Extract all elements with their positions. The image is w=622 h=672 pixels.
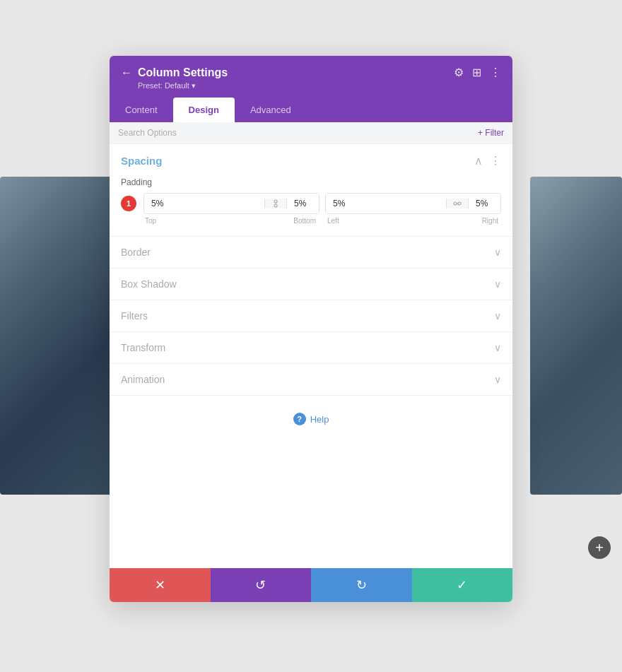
transform-chevron-icon: ∨ (494, 342, 501, 353)
link-left-right-icon[interactable] (446, 199, 469, 208)
panel-title: Column Settings (138, 66, 228, 79)
animation-section-header[interactable]: Animation ∨ (110, 364, 512, 395)
panel-tabs: Content Design Advanced (110, 98, 512, 122)
padding-bottom-input[interactable] (287, 194, 319, 213)
transform-section-title: Transform (121, 342, 165, 353)
step-badge: 1 (121, 196, 136, 211)
tab-design[interactable]: Design (173, 98, 235, 122)
tab-advanced[interactable]: Advanced (235, 98, 307, 122)
transform-section: Transform ∨ (110, 332, 512, 364)
cancel-button[interactable]: ✕ (110, 568, 211, 602)
link-top-bottom-icon[interactable] (264, 199, 287, 208)
filter-button[interactable]: + Filter (478, 128, 504, 138)
border-section-header[interactable]: Border ∨ (110, 237, 512, 268)
spacing-content: Padding 1 (110, 177, 512, 236)
spacing-section-title: Spacing (121, 155, 162, 167)
column-settings-panel: ← Column Settings ⚙ ⊞ ⋮ Preset: Default … (110, 56, 512, 602)
bottom-label: Bottom (293, 217, 316, 225)
svg-point-0 (274, 200, 277, 203)
box-shadow-section: Box Shadow ∨ (110, 269, 512, 300)
spacing-section: Spacing ∧ ⋮ Padding 1 (110, 144, 512, 237)
padding-top-input[interactable] (144, 194, 264, 213)
spacing-section-actions: ∧ ⋮ (474, 154, 501, 167)
tab-content[interactable]: Content (110, 98, 173, 122)
header-actions: ⚙ ⊞ ⋮ (454, 66, 501, 79)
spacing-section-header[interactable]: Spacing ∧ ⋮ (110, 144, 512, 177)
box-shadow-section-title: Box Shadow (121, 278, 177, 290)
svg-point-4 (458, 202, 461, 205)
bg-image-right (530, 177, 622, 495)
panel-header: ← Column Settings ⚙ ⊞ ⋮ Preset: Default … (110, 56, 512, 98)
layout-icon[interactable]: ⊞ (472, 66, 481, 79)
chevron-up-icon[interactable]: ∧ (474, 154, 483, 167)
left-right-group (325, 193, 501, 214)
top-bottom-group (143, 193, 319, 214)
panel-content: Spacing ∧ ⋮ Padding 1 (110, 144, 512, 568)
settings-icon[interactable]: ⚙ (454, 66, 464, 79)
animation-chevron-icon: ∨ (494, 374, 501, 385)
help-text[interactable]: Help (310, 414, 329, 425)
help-icon: ? (293, 413, 306, 425)
search-bar: Search Options + Filter (110, 122, 512, 144)
right-label: Right (482, 217, 498, 225)
padding-label: Padding (121, 177, 501, 187)
add-element-button[interactable]: + (588, 536, 611, 559)
animation-section-title: Animation (121, 374, 165, 385)
save-button[interactable]: ✓ (412, 568, 513, 602)
padding-row: 1 (121, 193, 501, 214)
box-shadow-section-header[interactable]: Box Shadow ∨ (110, 269, 512, 300)
filters-section: Filters ∨ (110, 300, 512, 332)
more-options-icon[interactable]: ⋮ (490, 66, 501, 79)
box-shadow-chevron-icon: ∨ (494, 278, 501, 290)
border-chevron-icon: ∨ (494, 247, 501, 258)
search-placeholder: Search Options (118, 128, 177, 138)
left-label: Left (327, 217, 339, 225)
padding-right-input[interactable] (469, 194, 501, 213)
back-icon[interactable]: ← (121, 66, 132, 79)
spacing-more-icon[interactable]: ⋮ (490, 154, 501, 167)
padding-left-input[interactable] (326, 194, 446, 213)
animation-section: Animation ∨ (110, 364, 512, 396)
transform-section-header[interactable]: Transform ∨ (110, 332, 512, 363)
svg-point-3 (454, 202, 457, 205)
help-row: ? Help (110, 396, 512, 442)
filters-section-header[interactable]: Filters ∨ (110, 300, 512, 331)
filters-section-title: Filters (121, 310, 148, 322)
undo-button[interactable]: ↺ (211, 568, 312, 602)
border-section-title: Border (121, 247, 151, 258)
preset-label[interactable]: Preset: Default ▾ (138, 81, 501, 90)
svg-point-1 (274, 204, 277, 207)
top-label: Top (145, 217, 156, 225)
redo-button[interactable]: ↻ (311, 568, 412, 602)
filters-chevron-icon: ∨ (494, 310, 501, 322)
panel-footer: ✕ ↺ ↻ ✓ (110, 568, 512, 602)
border-section: Border ∨ (110, 237, 512, 269)
